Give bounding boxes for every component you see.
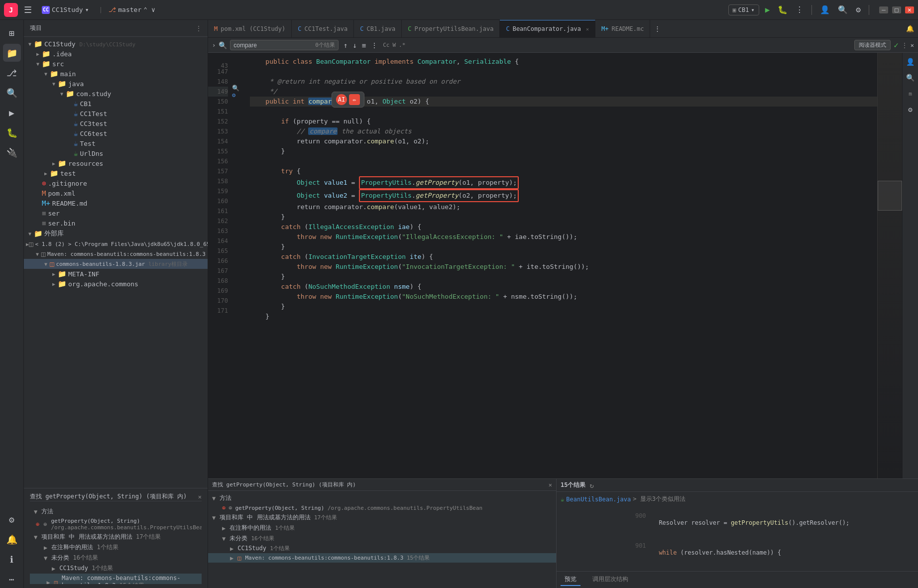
- right-icon-settings[interactable]: ⚙: [904, 103, 918, 117]
- find-more-button[interactable]: ⋮: [369, 40, 380, 50]
- tab-call-hierarchy[interactable]: 调用层次结构: [588, 574, 632, 586]
- more-run-options[interactable]: ⋮: [794, 3, 805, 16]
- activity-icon-notifications[interactable]: 🔔: [3, 530, 21, 548]
- find-search-icon[interactable]: 🔍: [219, 41, 227, 49]
- search-cc1study[interactable]: ▶ CC1Study 1个结果: [30, 563, 202, 574]
- tree-item-urldns[interactable]: ▶ ☕ UrlDns: [24, 148, 208, 158]
- find-close-button[interactable]: ✕: [911, 42, 914, 49]
- activity-icon-info[interactable]: ℹ: [3, 550, 21, 568]
- bl-cc1study[interactable]: ▶ CC1Study 1个结果: [208, 544, 556, 553]
- tab-readme[interactable]: M+ README.mc: [595, 20, 650, 38]
- tree-item-external-libs[interactable]: ▼ 📁 外部库: [24, 228, 208, 239]
- tree-item-idea[interactable]: ▶ 📁 .idea: [24, 49, 208, 59]
- tree-item-orgapache[interactable]: ▶ 📁 org.apache.commons: [24, 279, 208, 289]
- search-maven-beanutils[interactable]: ▶ ◫ Maven: commons-beanutils:commons-bea…: [30, 574, 202, 584]
- close-icon[interactable]: ✕: [549, 481, 552, 488]
- tab-proputils[interactable]: C PropertyUtilsBean.java: [402, 20, 500, 38]
- bl-in-comments[interactable]: ▶ 在注释中的用法 1个结果: [208, 523, 556, 533]
- reader-mode-button[interactable]: 阅读器模式: [854, 40, 891, 50]
- search-icon[interactable]: 🔍: [836, 3, 850, 16]
- activity-icon-home[interactable]: ⊞: [3, 24, 21, 42]
- tree-item-metainf[interactable]: ▶ 📁 META-INF: [24, 269, 208, 279]
- find-icon1[interactable]: ⋮: [902, 42, 908, 49]
- run-button[interactable]: ▶: [763, 3, 772, 16]
- search-close-icon[interactable]: ✕: [198, 493, 202, 500]
- tree-item-main[interactable]: ▼ 📁 main: [24, 69, 208, 79]
- tree-item-test[interactable]: ▶ ☕ Test: [24, 138, 208, 148]
- find-input[interactable]: [233, 42, 313, 49]
- tree-item-jdk[interactable]: ▶ ◫ < 1.8 (2) > C:\Program Files\Java\jd…: [24, 239, 208, 249]
- tab-cc1test[interactable]: C CC1Test.java: [292, 20, 354, 38]
- activity-icon-debug[interactable]: 🐛: [3, 123, 21, 141]
- tree-item-pom[interactable]: ▶ M pom.xml: [24, 188, 208, 198]
- activity-icon-search[interactable]: 🔍: [3, 84, 21, 102]
- tree-item-ser[interactable]: ▶ ≡ ser: [24, 208, 208, 218]
- bl-method-item[interactable]: ⊕ ⊕ getProperty(Object, String) /org.apa…: [208, 503, 556, 512]
- search-section-methods[interactable]: ▼ 方法: [30, 506, 202, 517]
- tree-item-java[interactable]: ▼ 📁 java: [24, 79, 208, 89]
- minimap-viewport[interactable]: [878, 181, 902, 211]
- activity-icon-settings[interactable]: ⚙: [3, 510, 21, 528]
- tree-item-gitignore[interactable]: ▶ ⊗ .gitignore: [24, 178, 208, 188]
- activity-icon-vcs[interactable]: ⎇: [3, 64, 21, 82]
- result-file-beanutils[interactable]: ☕ BeanUtilsBean.java > 显示3个类似用法: [557, 494, 918, 504]
- regex-toggle[interactable]: .*: [399, 42, 405, 48]
- run-config-button[interactable]: ▣ CB1 ▾: [728, 4, 759, 15]
- notification-icon[interactable]: 🔔: [906, 25, 914, 32]
- sidebar-header-more[interactable]: ⋮: [196, 25, 202, 32]
- tab-more-button[interactable]: ⋮: [650, 25, 665, 32]
- tree-item-cc6test[interactable]: ▶ ☕ CC6test: [24, 128, 208, 138]
- tab-preview[interactable]: 预览: [561, 574, 580, 586]
- result-code-900[interactable]: 900 Resolver resolver = getPropertyUtils…: [557, 504, 918, 534]
- ai-button[interactable]: AI: [336, 94, 347, 105]
- tab-beancomp[interactable]: C BeanComparator.java ✕: [500, 20, 595, 38]
- activity-icon-run[interactable]: ▶: [3, 104, 21, 121]
- tree-item-cc3test[interactable]: ▶ ☕ CC3test: [24, 118, 208, 128]
- tab-cb1[interactable]: C CB1.java: [354, 20, 402, 38]
- tree-item-test-folder[interactable]: ▶ 📁 test: [24, 168, 208, 178]
- activity-icon-more[interactable]: ⋯: [3, 570, 21, 588]
- settings-icon[interactable]: ⚙: [854, 3, 863, 16]
- tree-item-src[interactable]: ▼ 📁 src: [24, 59, 208, 69]
- tree-item-serbin[interactable]: ▶ ≡ ser.bin: [24, 218, 208, 228]
- right-icon-user[interactable]: 👤: [904, 55, 918, 69]
- project-dropdown-icon[interactable]: ▾: [85, 6, 89, 13]
- profile-icon[interactable]: 👤: [818, 3, 832, 16]
- tab-close-beancomp[interactable]: ✕: [586, 26, 589, 32]
- tree-item-comstudy[interactable]: ▼ 📁 com.study: [24, 89, 208, 99]
- result-code-902[interactable]: 902 try {: [557, 564, 918, 571]
- search-uncategorized[interactable]: ▼ 未分类 16个结果: [30, 553, 202, 563]
- tree-item-readme[interactable]: ▶ M+ README.md: [24, 198, 208, 208]
- menu-icon[interactable]: ☰: [22, 2, 34, 17]
- close-button[interactable]: ✕: [905, 6, 914, 13]
- find-prev-button[interactable]: ↑: [342, 40, 349, 50]
- tree-item-jar[interactable]: ▼ ◫ commons-beanutils-1.8.3.jar library根…: [24, 259, 208, 269]
- maximize-button[interactable]: □: [892, 6, 901, 13]
- tree-item-cb1[interactable]: ▶ ☕ CB1: [24, 99, 208, 109]
- tree-item-resources[interactable]: ▶ 📁 resources: [24, 158, 208, 168]
- tree-item-cc1test[interactable]: ▶ ☕ CC1Test: [24, 109, 208, 118]
- similar-link[interactable]: > 显示3个类似用法: [633, 495, 686, 503]
- bl-maven[interactable]: ▶ ◫ Maven: commons-beanutils:commons-bea…: [208, 553, 556, 563]
- bl-uncategorized[interactable]: ▼ 未分类 16个结果: [208, 533, 556, 544]
- search-method-item[interactable]: ⊕ ⊕ getProperty(Object, String) /org.apa…: [30, 517, 202, 532]
- branch-selector[interactable]: ⎇ master ⌃ ∨: [109, 6, 155, 13]
- code-content[interactable]: AI ✏ public class BeanComparator impleme…: [242, 53, 877, 478]
- search-in-comments[interactable]: ▶ 在注释中的用法 1个结果: [30, 542, 202, 553]
- find-expand-icon[interactable]: ›: [212, 42, 216, 49]
- gutter-line-149[interactable]: 🔍⚙: [232, 87, 242, 97]
- word-icon[interactable]: W: [392, 42, 396, 48]
- refresh-icon[interactable]: ↻: [589, 481, 593, 489]
- search-section-usages[interactable]: ▼ 项目和库 中 用法或基方法的用法 17个结果: [30, 532, 202, 542]
- tab-pom[interactable]: M pom.xml (CC1Study): [208, 20, 292, 38]
- debug-button[interactable]: 🐛: [776, 3, 790, 16]
- project-selector[interactable]: CC CC1Study ▾: [38, 4, 93, 15]
- find-filter-button[interactable]: ≡: [360, 40, 368, 50]
- right-icon-search[interactable]: 🔍: [904, 71, 918, 85]
- activity-icon-project[interactable]: 📁: [3, 44, 21, 62]
- tree-item-cc1study[interactable]: ▼ 📁 CC1Study D:\study\CC1Study: [24, 39, 208, 49]
- ai-edit-button[interactable]: ✏: [349, 94, 360, 105]
- find-next-button[interactable]: ↓: [350, 40, 358, 50]
- result-code-901[interactable]: 901 while (resolver.hasNested(name)) {: [557, 534, 918, 564]
- bl-usages-section[interactable]: ▼ 项目和库 中 用法或基方法的用法 17个结果: [208, 512, 556, 523]
